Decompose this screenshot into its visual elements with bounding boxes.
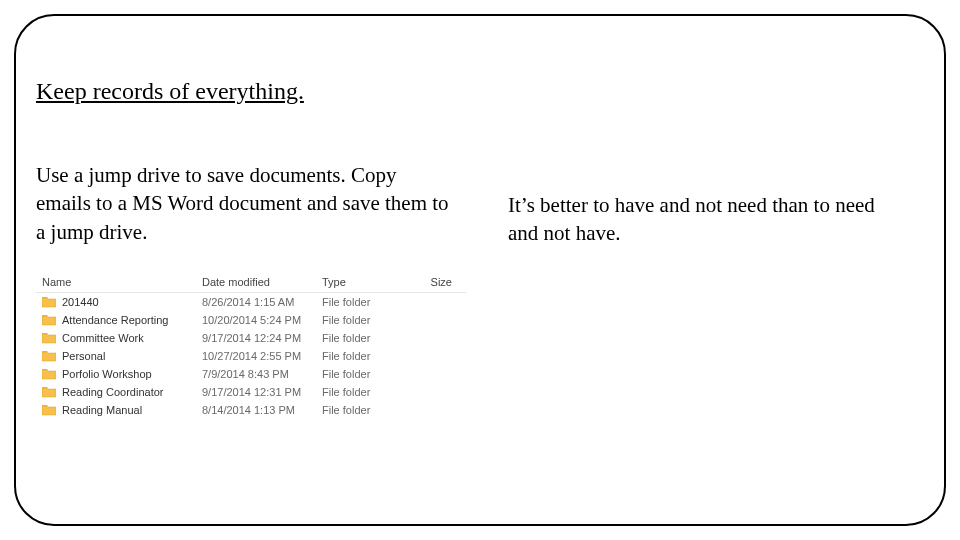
file-type: File folder: [322, 386, 402, 398]
file-name: Personal: [62, 350, 202, 362]
file-name: Reading Manual: [62, 404, 202, 416]
folder-icon: [42, 314, 56, 326]
file-row: Attendance Reporting10/20/2014 5:24 PMFi…: [36, 311, 466, 329]
file-type: File folder: [322, 332, 402, 344]
folder-icon: [42, 368, 56, 380]
file-date: 10/20/2014 5:24 PM: [202, 314, 322, 326]
file-date: 9/17/2014 12:24 PM: [202, 332, 322, 344]
file-name: Reading Coordinator: [62, 386, 202, 398]
file-type: File folder: [322, 368, 402, 380]
folder-icon: [42, 296, 56, 308]
file-row: Personal10/27/2014 2:55 PMFile folder: [36, 347, 466, 365]
header-size: Size: [402, 276, 452, 288]
file-type: File folder: [322, 404, 402, 416]
folder-icon: [42, 332, 56, 344]
slide-content: Keep records of everything. Use a jump d…: [36, 78, 924, 419]
file-explorer-list: Name Date modified Type Size 2014408/26/…: [36, 272, 466, 419]
header-name: Name: [42, 276, 202, 288]
file-type: File folder: [322, 314, 402, 326]
file-name: Porfolio Workshop: [62, 368, 202, 380]
right-body-text: It’s better to have and not need than to…: [508, 191, 888, 248]
folder-icon: [42, 350, 56, 362]
left-body-text: Use a jump drive to save documents. Copy…: [36, 161, 456, 246]
file-row: Porfolio Workshop7/9/2014 8:43 PMFile fo…: [36, 365, 466, 383]
file-date: 10/27/2014 2:55 PM: [202, 350, 322, 362]
file-row: Committee Work9/17/2014 12:24 PMFile fol…: [36, 329, 466, 347]
columns: Use a jump drive to save documents. Copy…: [36, 161, 924, 419]
right-column: It’s better to have and not need than to…: [508, 161, 888, 419]
file-row: Reading Coordinator9/17/2014 12:31 PMFil…: [36, 383, 466, 401]
file-rows: 2014408/26/2014 1:15 AMFile folderAttend…: [36, 293, 466, 419]
folder-icon: [42, 386, 56, 398]
file-name: Committee Work: [62, 332, 202, 344]
file-name: Attendance Reporting: [62, 314, 202, 326]
slide-title: Keep records of everything.: [36, 78, 924, 105]
file-date: 8/26/2014 1:15 AM: [202, 296, 322, 308]
file-date: 7/9/2014 8:43 PM: [202, 368, 322, 380]
file-row: 2014408/26/2014 1:15 AMFile folder: [36, 293, 466, 311]
header-type: Type: [322, 276, 402, 288]
file-date: 9/17/2014 12:31 PM: [202, 386, 322, 398]
file-name: 201440: [62, 296, 202, 308]
file-type: File folder: [322, 350, 402, 362]
file-list-header: Name Date modified Type Size: [36, 272, 466, 293]
folder-icon: [42, 404, 56, 416]
file-row: Reading Manual8/14/2014 1:13 PMFile fold…: [36, 401, 466, 419]
left-column: Use a jump drive to save documents. Copy…: [36, 161, 456, 419]
file-date: 8/14/2014 1:13 PM: [202, 404, 322, 416]
header-date: Date modified: [202, 276, 322, 288]
file-type: File folder: [322, 296, 402, 308]
